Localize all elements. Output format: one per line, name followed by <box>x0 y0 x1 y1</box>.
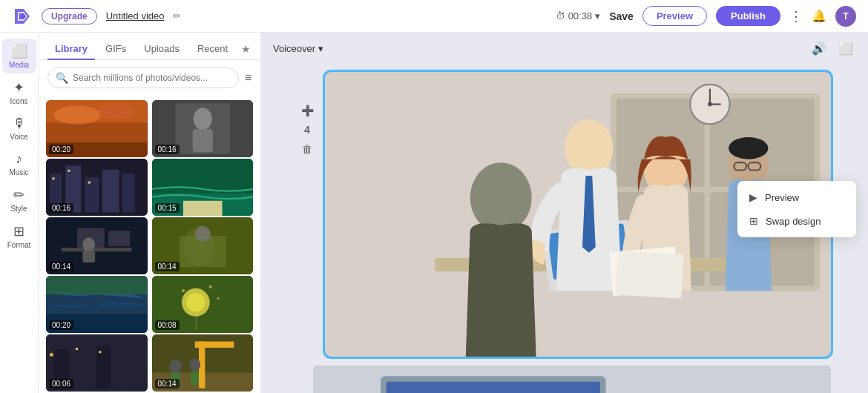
svg-rect-52 <box>76 348 78 350</box>
svg-rect-19 <box>68 170 70 172</box>
svg-rect-20 <box>88 182 91 184</box>
media-thumb-5[interactable]: 00:14 <box>46 217 148 274</box>
svg-point-60 <box>189 359 200 371</box>
slide-number-4: 4 <box>304 124 310 136</box>
media-thumb-3[interactable]: 00:16 <box>46 159 148 216</box>
style-icon: ✏ <box>13 187 24 203</box>
svg-point-43 <box>208 285 211 288</box>
search-input[interactable] <box>73 73 231 83</box>
sidebar-item-icons[interactable]: ✦ Icons <box>2 75 36 110</box>
more-options-button[interactable]: ⋮ <box>789 10 803 23</box>
context-menu-preview[interactable]: ▶ Preview <box>737 185 856 209</box>
sidebar-icons-label: Icons <box>10 97 28 105</box>
clock-icon: ⏱ <box>556 10 565 22</box>
canvas-area: Voiceover ▾ 🔊 ⬜ ➕ 4 🗑 <box>261 33 868 393</box>
sidebar-item-style[interactable]: ✏ Style <box>2 182 36 217</box>
svg-point-5 <box>54 105 101 124</box>
svg-point-34 <box>194 226 210 242</box>
captions-icon-button[interactable]: ⬜ <box>835 39 856 59</box>
svg-point-42 <box>181 289 184 292</box>
sidebar-icons: ⬜ Media ✦ Icons 🎙 Voice ♪ Music ✏ Style … <box>0 33 39 393</box>
tab-library[interactable]: Library <box>47 39 95 60</box>
media-thumb-4-duration: 00:15 <box>155 203 180 213</box>
svg-rect-28 <box>108 231 130 246</box>
svg-rect-26 <box>62 248 132 251</box>
edit-title-icon[interactable]: ✏ <box>173 10 181 22</box>
voiceover-button[interactable]: Voiceover ▾ <box>273 43 323 54</box>
audio-icon-button[interactable]: 🔊 <box>809 39 829 59</box>
search-bar: 🔍 ≡ <box>39 60 260 96</box>
lumen5-logo-icon <box>12 6 33 27</box>
media-thumb-6[interactable]: 00:14 <box>152 217 254 274</box>
tab-uploads[interactable]: Uploads <box>137 39 187 60</box>
sidebar-item-music[interactable]: ♪ Music <box>2 147 36 181</box>
svg-point-29 <box>82 237 95 251</box>
sidebar-item-format[interactable]: ⊞ Format <box>2 219 36 254</box>
svg-rect-53 <box>99 351 101 353</box>
svg-rect-17 <box>122 174 135 213</box>
tab-recent[interactable]: Recent <box>190 39 235 60</box>
media-thumb-6-duration: 00:14 <box>155 262 180 271</box>
left-panel: Library GIFs Uploads Recent ★ 🔍 ≡ <box>39 33 261 393</box>
avatar[interactable]: T <box>835 6 856 27</box>
slide-add-button-4[interactable]: ➕ <box>298 102 316 119</box>
svg-rect-16 <box>102 170 119 213</box>
sidebar-voice-label: Voice <box>10 133 27 141</box>
search-icon: 🔍 <box>56 72 68 84</box>
svg-rect-37 <box>46 276 148 294</box>
svg-rect-18 <box>52 177 54 179</box>
media-thumb-2-duration: 00:16 <box>155 145 180 154</box>
sidebar-item-media[interactable]: ⬜ Media <box>2 39 36 73</box>
media-thumb-8[interactable]: 00:08 <box>152 276 254 333</box>
voiceover-chevron-icon: ▾ <box>318 43 323 54</box>
media-thumb-7-duration: 00:20 <box>49 320 73 330</box>
svg-rect-57 <box>194 342 234 348</box>
svg-rect-87 <box>386 381 599 393</box>
context-menu: ▶ Preview ⊞ Swap design <box>737 181 856 237</box>
format-icon: ⊞ <box>13 223 24 240</box>
media-grid: 00:20 00:16 <box>39 96 260 393</box>
icons-icon: ✦ <box>13 79 24 96</box>
svg-rect-84 <box>615 251 683 298</box>
media-thumb-9[interactable]: 00:06 <box>46 334 148 392</box>
svg-rect-24 <box>183 201 223 216</box>
timer-chevron: ▾ <box>595 10 600 22</box>
main-content: ⬜ Media ✦ Icons 🎙 Voice ♪ Music ✏ Style … <box>0 33 868 393</box>
media-thumb-7[interactable]: 00:20 <box>46 276 148 333</box>
logo <box>12 6 33 27</box>
save-button[interactable]: Save <box>609 10 634 22</box>
media-thumb-2[interactable]: 00:16 <box>152 100 254 157</box>
svg-point-58 <box>169 360 182 374</box>
media-tabs: Library GIFs Uploads Recent ★ <box>39 33 260 60</box>
upgrade-button[interactable]: Upgrade <box>42 8 97 24</box>
context-menu-preview-label: Preview <box>765 192 799 203</box>
timer-value: 00:38 <box>568 10 593 22</box>
notifications-button[interactable]: 🔔 <box>812 9 826 23</box>
swap-design-icon: ⊞ <box>749 215 758 227</box>
timer-display[interactable]: ⏱ 00:38 ▾ <box>556 10 601 22</box>
slide-frame-5[interactable] <box>313 366 831 393</box>
media-thumb-4[interactable]: 00:15 <box>152 159 254 216</box>
svg-point-75 <box>565 119 613 176</box>
music-icon: ♪ <box>16 151 22 167</box>
publish-button[interactable]: Publish <box>716 6 780 26</box>
media-thumb-1[interactable]: 00:20 <box>46 100 148 157</box>
sidebar-music-label: Music <box>9 168 28 176</box>
tab-gifs[interactable]: GIFs <box>98 39 134 60</box>
preview-button[interactable]: Preview <box>642 6 707 26</box>
context-menu-swap-design[interactable]: ⊞ Swap design <box>737 209 856 233</box>
media-thumb-10[interactable]: 00:14 <box>152 334 254 392</box>
filter-icon[interactable]: ≡ <box>245 71 251 85</box>
tab-favorites-button[interactable]: ★ <box>238 40 254 58</box>
video-title[interactable]: Untitled video <box>106 10 165 22</box>
svg-rect-11 <box>192 129 212 153</box>
search-input-wrap: 🔍 <box>47 67 239 88</box>
voiceover-label: Voiceover <box>273 43 315 54</box>
header-left: Upgrade Untitled video ✏ <box>12 6 181 27</box>
svg-rect-51 <box>50 353 53 356</box>
sidebar-item-voice[interactable]: 🎙 Voice <box>2 111 36 145</box>
media-thumb-10-duration: 00:14 <box>155 379 180 389</box>
slide-controls-4: ➕ 4 🗑 <box>298 72 316 158</box>
voice-icon: 🎙 <box>13 116 26 131</box>
slide-delete-button-4[interactable]: 🗑 <box>298 140 316 158</box>
